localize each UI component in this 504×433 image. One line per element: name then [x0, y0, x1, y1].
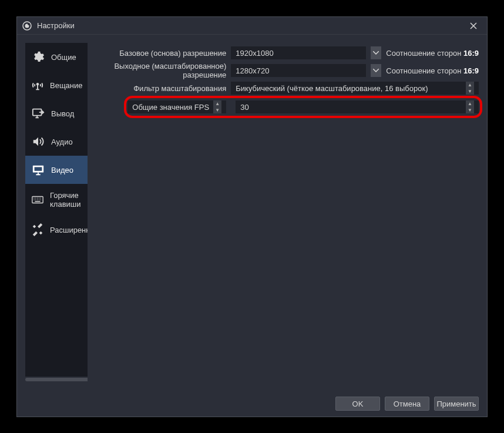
fps-row: Общие значения FPS ▲ ▼ 30 ▲ ▼	[93, 99, 479, 115]
sidebar-item-label: Вещание	[50, 81, 83, 90]
titlebar: Настройки	[17, 17, 487, 35]
fps-type-stepper: ▲ ▼	[213, 100, 221, 113]
app-icon	[22, 21, 32, 31]
stepper-down[interactable]: ▼	[213, 107, 221, 113]
video-settings-panel: Базовое (основа) разрешение 1920x1080 Со…	[93, 43, 479, 382]
output-resolution-value: 1280x720	[236, 66, 361, 75]
output-resolution-label: Выходное (масштабированное) разрешение	[93, 62, 226, 79]
window-title: Настройки	[37, 21, 465, 30]
stepper-up[interactable]: ▲	[466, 100, 474, 107]
gear-icon	[31, 50, 45, 64]
base-resolution-value: 1920x1080	[236, 49, 361, 58]
monitor-icon	[31, 163, 45, 177]
downscale-filter-row: Фильтр масштабирования Бикубический (чёт…	[93, 80, 479, 96]
output-resolution-row: Выходное (масштабированное) разрешение 1…	[93, 63, 479, 78]
stepper-up[interactable]: ▲	[213, 100, 221, 107]
close-button[interactable]	[465, 19, 482, 32]
svg-rect-6	[34, 167, 43, 172]
cancel-button[interactable]: Отмена	[385, 397, 429, 411]
sidebar-item-audio[interactable]: Аудио	[25, 127, 88, 156]
stepper-down[interactable]: ▼	[466, 107, 474, 113]
aspect-ratio-label: Соотношение сторон 16:9	[386, 49, 479, 58]
settings-window: Настройки Общие	[16, 16, 488, 417]
sidebar-item-stream[interactable]: Вещание	[25, 71, 88, 99]
downscale-filter-select[interactable]: Бикубический (чёткое масштабирование, 16…	[231, 82, 479, 95]
monitor-out-icon	[31, 106, 45, 120]
fps-value-select[interactable]: 30 ▲ ▼	[236, 100, 479, 113]
fps-value: 30	[240, 103, 466, 112]
sidebar-item-output[interactable]: Вывод	[25, 99, 88, 127]
base-resolution-select[interactable]: 1920x1080	[231, 46, 366, 59]
tools-icon	[31, 223, 44, 237]
stepper-down[interactable]: ▼	[466, 88, 474, 95]
apply-button[interactable]: Применить	[434, 397, 479, 411]
sidebar-item-video[interactable]: Видео	[25, 156, 88, 184]
dropdown-button[interactable]	[371, 64, 381, 77]
sidebar-item-hotkeys[interactable]: Горячие клавиши	[25, 184, 88, 216]
filter-stepper: ▲ ▼	[466, 82, 474, 95]
svg-point-2	[28, 23, 30, 25]
fps-value-stepper: ▲ ▼	[466, 100, 474, 113]
svg-point-3	[37, 83, 39, 85]
sidebar-item-label: Аудио	[51, 137, 73, 146]
downscale-filter-value: Бикубический (чёткое масштабирование, 16…	[236, 84, 466, 93]
sidebar-item-advanced[interactable]: Расширенные	[25, 216, 88, 244]
content-area: Общие Вещание	[17, 35, 487, 391]
scrollbar-thumb[interactable]	[25, 378, 88, 381]
broadcast-icon	[31, 78, 44, 92]
fps-type-label: Общие значения FPS	[132, 103, 213, 112]
sidebar-item-label: Общие	[51, 53, 76, 62]
dialog-footer: OK Отмена Применить	[17, 391, 487, 417]
sidebar-item-general[interactable]: Общие	[25, 43, 88, 71]
sidebar-item-label: Видео	[51, 166, 73, 174]
ok-button[interactable]: OK	[335, 397, 380, 411]
downscale-filter-label: Фильтр масштабирования	[93, 84, 226, 93]
sidebar-item-label: Вывод	[51, 109, 74, 118]
sidebar-item-label: Горячие клавиши	[50, 191, 82, 209]
output-resolution-select[interactable]: 1280x720	[231, 64, 366, 77]
sidebar-scrollbar[interactable]	[25, 377, 88, 382]
sidebar: Общие Вещание	[25, 43, 88, 382]
aspect-ratio-label: Соотношение сторон 16:9	[386, 66, 479, 75]
speaker-icon	[31, 135, 45, 149]
base-resolution-row: Базовое (основа) разрешение 1920x1080 Со…	[93, 45, 479, 61]
keyboard-icon	[31, 193, 44, 207]
sidebar-item-label: Расширенные	[50, 226, 88, 234]
dropdown-button[interactable]	[371, 46, 381, 59]
stepper-up[interactable]: ▲	[466, 82, 474, 88]
base-resolution-label: Базовое (основа) разрешение	[93, 49, 226, 58]
fps-type-select[interactable]: Общие значения FPS ▲ ▼	[127, 100, 226, 113]
